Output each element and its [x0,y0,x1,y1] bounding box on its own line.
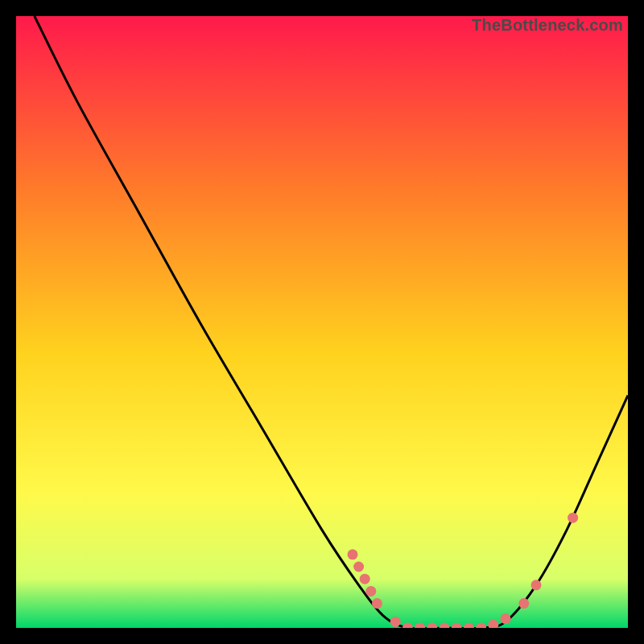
data-point [390,617,401,627]
data-point [501,613,511,624]
data-point [360,574,370,584]
heatmap-background [16,16,628,628]
bottleneck-curve-chart [16,16,628,628]
data-point [518,598,529,609]
chart-frame: TheBottleneck.com [16,16,628,628]
data-point [353,562,364,572]
data-point [568,513,578,523]
data-point [365,586,376,597]
data-point [348,549,358,559]
watermark-text: TheBottleneck.com [472,16,623,35]
data-point [531,580,542,590]
data-point [372,598,382,609]
